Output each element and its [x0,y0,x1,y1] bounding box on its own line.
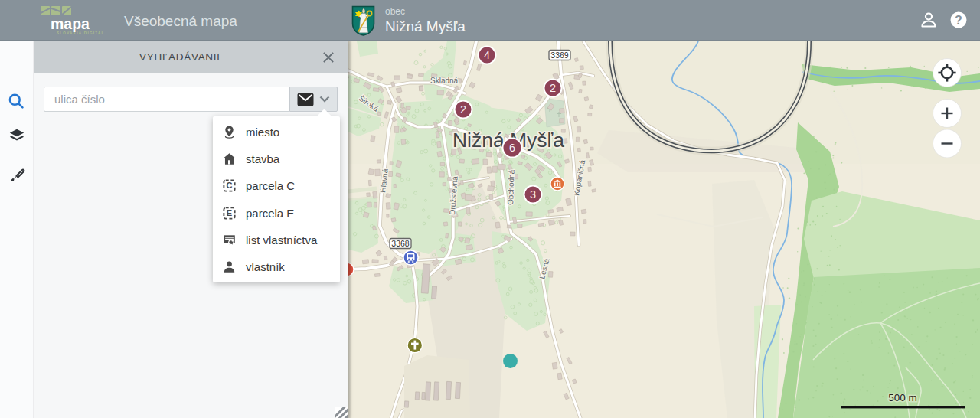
svg-text:2: 2 [550,82,556,94]
svg-text:2: 2 [460,103,466,116]
svg-text:C: C [226,181,232,191]
svg-text:Obchodná: Obchodná [506,169,516,205]
svg-text:?: ? [955,14,962,27]
svg-text:6: 6 [509,142,515,154]
svg-text:500 m: 500 m [888,392,917,403]
svg-text:4: 4 [484,49,490,61]
svg-text:Skladná: Skladná [430,77,459,85]
svg-text:E: E [227,208,232,217]
svg-text:3368: 3368 [391,239,410,248]
svg-text:3: 3 [530,188,536,201]
svg-text:3369: 3369 [550,51,569,60]
